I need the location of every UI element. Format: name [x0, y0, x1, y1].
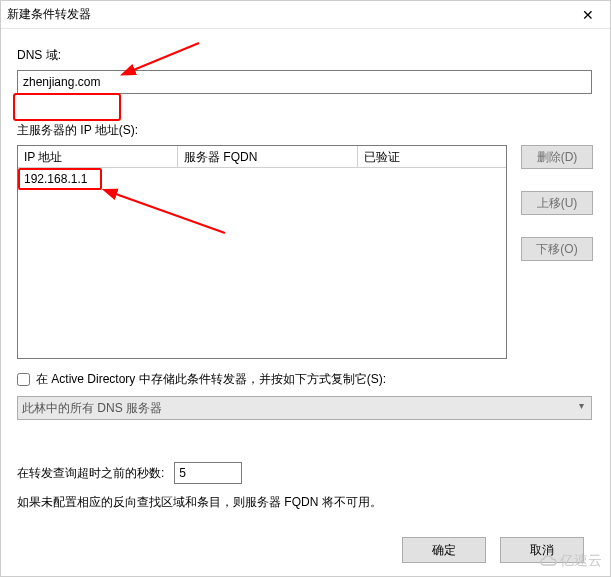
- grid-header: IP 地址 服务器 FQDN 已验证: [18, 146, 506, 168]
- timeout-seconds-input[interactable]: [174, 462, 242, 484]
- dns-domain-label: DNS 域:: [17, 47, 594, 64]
- close-icon[interactable]: ✕: [572, 3, 604, 27]
- store-in-ad-checkbox[interactable]: [17, 373, 30, 386]
- watermark: 亿速云: [540, 552, 602, 570]
- replication-scope-select: [17, 396, 592, 420]
- conditional-forwarder-dialog: 新建条件转发器 ✕ DNS 域: 主服务器的 IP 地址(S): IP 地址 服…: [0, 0, 611, 577]
- fqdn-unavailable-note: 如果未配置相应的反向查找区域和条目，则服务器 FQDN 将不可用。: [17, 494, 594, 511]
- table-row[interactable]: 192.168.1.1: [18, 168, 506, 190]
- side-button-column: 删除(D) 上移(U) 下移(O): [521, 145, 593, 359]
- cell-fqdn: [178, 176, 190, 182]
- delete-button[interactable]: 删除(D): [521, 145, 593, 169]
- move-up-button[interactable]: 上移(U): [521, 191, 593, 215]
- cell-ip[interactable]: 192.168.1.1: [18, 169, 178, 189]
- move-down-button[interactable]: 下移(O): [521, 237, 593, 261]
- cell-validated: [190, 176, 202, 182]
- timeout-label: 在转发查询超时之前的秒数:: [17, 465, 164, 482]
- titlebar: 新建条件转发器 ✕: [1, 1, 610, 29]
- dns-domain-input[interactable]: [17, 70, 592, 94]
- master-servers-grid[interactable]: IP 地址 服务器 FQDN 已验证 192.168.1.1: [17, 145, 507, 359]
- dialog-title: 新建条件转发器: [7, 6, 91, 23]
- col-header-fqdn: 服务器 FQDN: [178, 146, 358, 167]
- col-header-ip: IP 地址: [18, 146, 178, 167]
- annotation-highlight-domain: [13, 93, 121, 121]
- master-servers-label: 主服务器的 IP 地址(S):: [17, 122, 594, 139]
- store-in-ad-label: 在 Active Directory 中存储此条件转发器，并按如下方式复制它(S…: [36, 371, 386, 388]
- ok-button[interactable]: 确定: [402, 537, 486, 563]
- col-header-validated: 已验证: [358, 146, 506, 167]
